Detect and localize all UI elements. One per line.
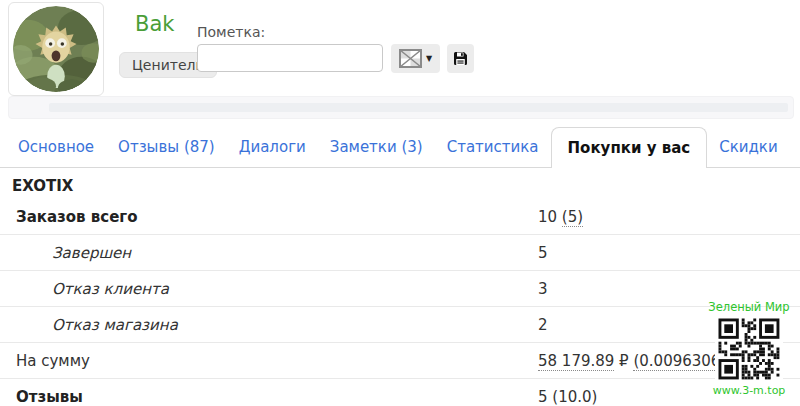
- tab-0[interactable]: Основное: [6, 127, 106, 167]
- table-row: На сумму58 179.89 ₽ (0.00963064 B: [0, 343, 800, 379]
- row-value-text: 3: [538, 280, 548, 298]
- avatar-card: [8, 2, 104, 96]
- row-value: 2: [538, 316, 548, 334]
- collapsed-info-bar: [8, 96, 794, 119]
- user-name: Bak: [135, 12, 174, 36]
- shop-name: EXOTIX: [12, 177, 73, 195]
- watermark-title: Зеленый Мир: [706, 300, 792, 314]
- row-value: 5: [538, 244, 548, 262]
- row-label: Отказ магазина: [0, 316, 178, 334]
- row-value: 10 (5): [538, 208, 583, 226]
- row-value: 3: [538, 280, 548, 298]
- note-input[interactable]: [197, 44, 383, 72]
- row-value-tooltip[interactable]: (10.0): [552, 388, 597, 406]
- broken-image-icon: [399, 49, 422, 68]
- row-label: Заказов всего: [0, 208, 138, 226]
- watermark: Зеленый Мир www.3-m.top: [706, 300, 792, 397]
- collapsed-info-bar-fill: [49, 103, 788, 112]
- row-value-tooltip[interactable]: 58 179.89: [538, 352, 614, 371]
- avatar[interactable]: [13, 6, 99, 92]
- chevron-down-icon: ▼: [426, 55, 432, 63]
- row-value: 5 (10.0): [538, 388, 597, 406]
- tab-4[interactable]: Статистика: [435, 127, 551, 167]
- table-row: Отказ клиента3: [0, 271, 800, 307]
- save-note-button[interactable]: [447, 44, 474, 73]
- watermark-url: www.3-m.top: [706, 384, 792, 397]
- floppy-disk-icon: [453, 51, 468, 66]
- row-value-text: ₽: [614, 352, 633, 370]
- purchases-table: Заказов всего10 (5)Завершен5Отказ клиент…: [0, 199, 800, 406]
- row-value-text: 10: [538, 208, 562, 226]
- row-label: Отказ клиента: [0, 280, 169, 298]
- tab-3[interactable]: Заметки (3): [318, 127, 435, 167]
- row-label: На сумму: [0, 352, 90, 370]
- row-value-text: 5: [538, 388, 552, 406]
- tab-6[interactable]: Скидки: [707, 127, 789, 167]
- note-label: Пометка:: [197, 24, 265, 40]
- table-row: Заказов всего10 (5): [0, 199, 800, 235]
- row-value-tooltip[interactable]: (5): [562, 208, 583, 227]
- tab-bar: ОсновноеОтзывы (87)ДиалогиЗаметки (3)Ста…: [0, 127, 800, 168]
- table-row: Отказ магазина2: [0, 307, 800, 343]
- tab-5[interactable]: Покупки у вас: [551, 127, 708, 168]
- row-label: Завершен: [0, 244, 131, 262]
- table-row: Отзывы5 (10.0): [0, 379, 800, 406]
- image-select-dropdown[interactable]: ▼: [391, 44, 440, 73]
- row-label: Отзывы: [0, 388, 83, 406]
- tab-1[interactable]: Отзывы (87): [106, 127, 227, 167]
- tab-2[interactable]: Диалоги: [227, 127, 318, 167]
- table-row: Завершен5: [0, 235, 800, 271]
- qr-code: [715, 316, 783, 382]
- row-value-text: 5: [538, 244, 548, 262]
- row-value-text: 2: [538, 316, 548, 334]
